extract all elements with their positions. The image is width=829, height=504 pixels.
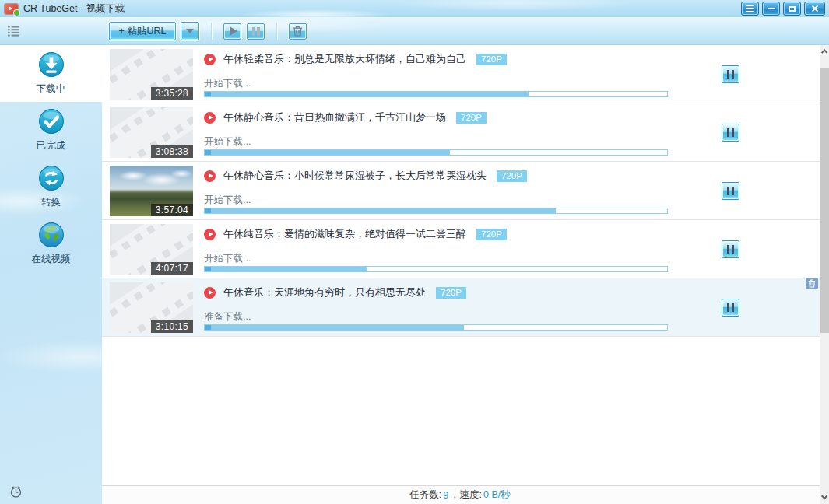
video-thumbnail: 4:07:17 [110,224,193,275]
quality-badge: 720P [476,54,507,65]
toolbar-divider [276,23,277,40]
download-status: 开始下载... [204,77,668,89]
pause-all-button[interactable] [247,23,265,40]
start-all-button[interactable] [223,23,241,40]
download-row[interactable]: 3:57:04 午休静心音乐：小时候常常尿湿被子，长大后常常哭湿枕头 720P … [102,162,820,220]
task-list-icon[interactable] [8,26,19,37]
scrollbar-thumb[interactable] [820,68,829,333]
red-play-badge-icon [204,170,216,182]
download-status: 开始下载... [204,252,668,264]
video-thumbnail: 3:08:38 [110,107,193,158]
delete-all-button[interactable] [289,23,307,40]
video-title: 午休轻柔音乐：别总是无限放大坏情绪，自己难为自己 [223,52,466,66]
download-row[interactable]: 4:07:17 午休纯音乐：爱情的滋味复杂，绝对值得一试二尝三醉 720P 开始… [102,220,820,278]
progress-bar [204,91,668,97]
download-info: 午休纯音乐：爱情的滋味复杂，绝对值得一试二尝三醉 720P 开始下载... [204,220,668,278]
duration-badge: 3:57:04 [151,204,193,216]
content-area: 下载中 已完成 [0,45,829,504]
sidebar-item-convert[interactable]: 转换 [0,159,102,215]
progress-fill [205,92,529,96]
maximize-button[interactable] [783,2,801,16]
progress-fill [205,150,450,155]
sidebar-item-downloading[interactable]: 下载中 [0,45,102,102]
pause-button[interactable] [722,299,739,317]
toolbar: + 粘贴URL [0,17,829,45]
close-x-icon [811,5,819,12]
download-status: 开始下载... [204,194,668,205]
speed-value: 0 B/秒 [483,488,511,502]
quality-badge: 720P [497,170,527,182]
sidebar-item-label: 下载中 [37,82,66,96]
app-window: CR TubeGet - 视频下载 [0,0,829,504]
title-line: 午休音乐：天涯地角有穷时，只有相思无尽处 720P [204,285,668,299]
window-menu-button[interactable] [741,2,759,16]
sidebar-item-label: 在线视频 [32,253,71,266]
title-line: 午休轻柔音乐：别总是无限放大坏情绪，自己难为自己 720P [204,52,668,66]
progress-fill [205,208,556,213]
download-status: 准备下载... [204,310,668,322]
toolbar-actions: + 粘贴URL [109,17,307,45]
window-title: CR TubeGet - 视频下载 [23,2,125,16]
play-icon [230,26,237,36]
paste-url-button[interactable]: + 粘贴URL [109,22,176,40]
scrollbar[interactable] [820,45,829,504]
red-play-badge-icon [204,287,216,299]
download-row[interactable]: 3:35:28 午休轻柔音乐：别总是无限放大坏情绪，自己难为自己 720P 开始… [102,45,820,103]
sidebar-item-completed[interactable]: 已完成 [0,102,102,159]
pause-button[interactable] [722,65,739,83]
alarm-clock-icon[interactable] [9,485,23,499]
download-row[interactable]: 3:08:38 午休静心音乐：昔日热血撒满江，千古江山梦一场 720P 开始下载… [102,103,820,162]
duration-badge: 3:08:38 [151,145,193,158]
paste-url-dropdown[interactable] [181,22,199,40]
globe-icon [38,222,65,248]
progress-bar [204,324,668,331]
download-row[interactable]: 3:10:15 午休音乐：天涯地角有穷时，只有相思无尽处 720P 准备下载..… [102,278,820,337]
download-info: 午休音乐：天涯地角有穷时，只有相思无尽处 720P 准备下载... [204,278,668,336]
duration-badge: 3:10:15 [151,320,193,333]
video-title: 午休静心音乐：小时候常常尿湿被子，长大后常常哭湿枕头 [223,169,487,183]
progress-fill [205,325,464,330]
sidebar-item-label: 转换 [41,196,61,209]
toolbar-divider [211,23,212,40]
title-bar: CR TubeGet - 视频下载 [0,0,829,17]
progress-bar [204,208,668,214]
red-play-badge-icon [204,229,216,240]
task-count: 9 [443,490,448,501]
title-line: 午休静心音乐：小时候常常尿湿被子，长大后常常哭湿枕头 720P [204,169,668,183]
close-button[interactable] [804,2,825,16]
window-controls [741,2,825,16]
scroll-down-arrow[interactable] [820,492,829,504]
duration-badge: 4:07:17 [151,262,193,275]
app-icon [5,4,18,14]
status-bar: 任务数: 9，速度: 0 B/秒 [102,485,820,504]
progress-bar [204,149,668,156]
speed-label: ，速度: [450,488,482,502]
download-info: 午休静心音乐：小时候常常尿湿被子，长大后常常哭湿枕头 720P 开始下载... [204,162,668,219]
quality-badge: 720P [456,112,487,124]
chevron-down-icon [186,29,194,33]
pause-button[interactable] [722,124,739,142]
progress-bar [204,266,668,272]
delete-task-button[interactable] [806,278,818,289]
download-circle-icon [38,51,65,78]
scroll-up-arrow[interactable] [820,45,829,58]
pause-button[interactable] [722,240,739,258]
minimize-button[interactable] [762,2,780,16]
video-thumbnail: 3:35:28 [110,49,193,100]
convert-arrows-icon [38,165,65,191]
video-title: 午休纯音乐：爱情的滋味复杂，绝对值得一试二尝三醉 [223,227,466,241]
download-status: 开始下载... [204,135,668,147]
duration-badge: 3:35:28 [151,87,193,100]
sidebar-item-label: 已完成 [37,139,66,152]
trash-icon [293,26,303,37]
menu-lines-icon [746,5,754,6]
quality-badge: 720P [476,229,507,240]
trash-icon [808,279,816,288]
title-line: 午休纯音乐：爱情的滋味复杂，绝对值得一试二尝三醉 720P [204,227,668,241]
video-thumbnail: 3:10:15 [110,282,193,333]
pause-button[interactable] [722,182,739,200]
sidebar-item-online-video[interactable]: 在线视频 [0,215,102,272]
check-circle-icon [38,108,65,135]
maximize-icon [789,6,796,12]
download-info: 午休静心音乐：昔日热血撒满江，千古江山梦一场 720P 开始下载... [204,103,668,161]
